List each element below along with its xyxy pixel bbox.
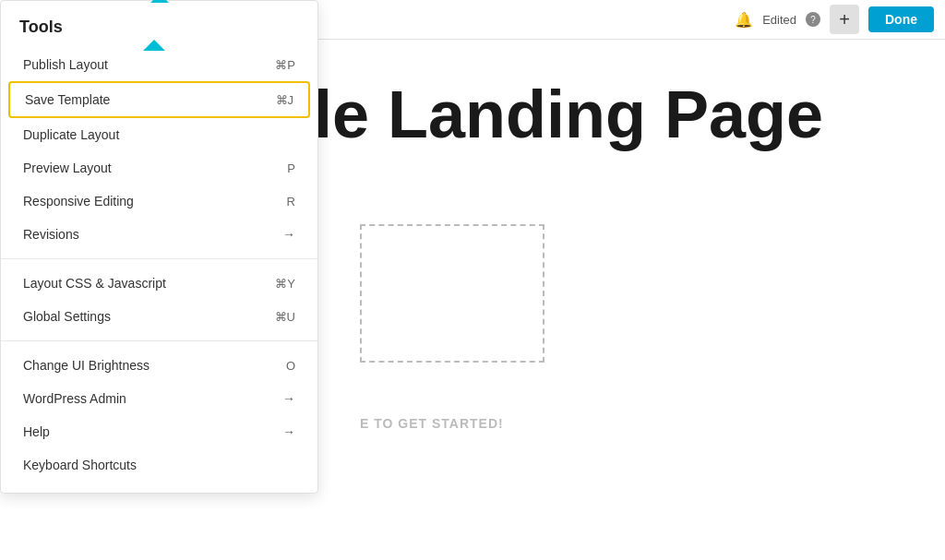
save-template-shortcut: ⌘J xyxy=(276,93,294,107)
menu-item-preview-layout[interactable]: Preview Layout P xyxy=(5,151,314,185)
menu-item-change-ui-brightness[interactable]: Change UI Brightness O xyxy=(5,349,314,382)
done-button[interactable]: Done xyxy=(868,6,934,32)
wordpress-admin-arrow: → xyxy=(282,391,295,406)
menu-item-revisions[interactable]: Revisions → xyxy=(5,218,314,251)
global-settings-label: Global Settings xyxy=(23,309,111,324)
cta-text: E TO GET STARTED! xyxy=(360,416,504,431)
bell-icon[interactable]: 🔔 xyxy=(735,11,753,29)
help-arrow: → xyxy=(282,424,295,439)
plus-button[interactable]: + xyxy=(830,5,859,34)
menu-item-layout-css[interactable]: Layout CSS & Javascript ⌘Y xyxy=(5,267,314,300)
menu-item-responsive-editing[interactable]: Responsive Editing R xyxy=(5,185,314,218)
menu-item-publish-layout[interactable]: Publish Layout ⌘P xyxy=(5,48,314,81)
revisions-arrow: → xyxy=(282,227,295,242)
dashed-placeholder-box xyxy=(360,224,544,363)
tools-dropdown-menu: Tools Publish Layout ⌘P Save Template ⌘J… xyxy=(0,0,318,494)
menu-item-wordpress-admin[interactable]: WordPress Admin → xyxy=(5,382,314,415)
layout-css-label: Layout CSS & Javascript xyxy=(23,276,166,291)
help-label: Help xyxy=(23,424,50,439)
divider-1 xyxy=(1,258,317,259)
keyboard-shortcuts-label: Keyboard Shortcuts xyxy=(23,458,137,472)
dropdown-triangle xyxy=(143,40,165,51)
global-settings-shortcut: ⌘U xyxy=(275,310,295,324)
duplicate-layout-label: Duplicate Layout xyxy=(23,127,119,142)
menu-item-help[interactable]: Help → xyxy=(5,415,314,448)
wordpress-admin-label: WordPress Admin xyxy=(23,391,126,406)
layout-css-shortcut: ⌘Y xyxy=(275,277,295,291)
help-icon[interactable]: ? xyxy=(806,12,820,27)
preview-layout-shortcut: P xyxy=(287,161,295,175)
change-ui-brightness-shortcut: O xyxy=(286,359,295,373)
menu-item-save-template[interactable]: Save Template ⌘J xyxy=(8,81,310,118)
menu-item-global-settings[interactable]: Global Settings ⌘U xyxy=(5,300,314,333)
revisions-label: Revisions xyxy=(23,227,79,242)
responsive-editing-label: Responsive Editing xyxy=(23,194,134,209)
preview-layout-label: Preview Layout xyxy=(23,161,112,175)
top-bar-right: 🔔 Edited ? + Done xyxy=(735,5,945,34)
menu-item-duplicate-layout[interactable]: Duplicate Layout xyxy=(5,118,314,151)
save-template-label: Save Template xyxy=(25,92,110,107)
publish-layout-label: Publish Layout xyxy=(23,57,108,72)
divider-2 xyxy=(1,340,317,341)
publish-layout-shortcut: ⌘P xyxy=(275,58,295,72)
change-ui-brightness-label: Change UI Brightness xyxy=(23,358,150,373)
menu-item-keyboard-shortcuts[interactable]: Keyboard Shortcuts xyxy=(5,448,314,482)
responsive-editing-shortcut: R xyxy=(287,195,295,209)
edited-status: Edited xyxy=(762,13,796,27)
